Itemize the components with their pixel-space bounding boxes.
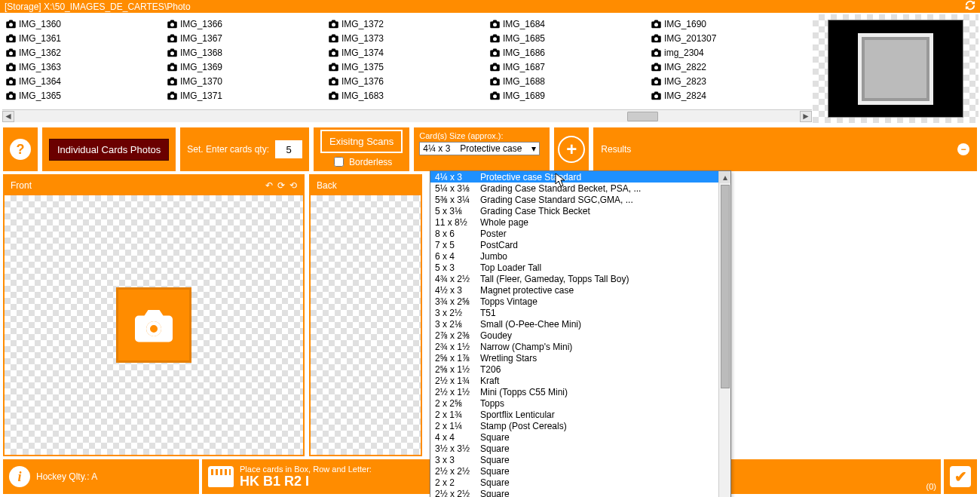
file-item[interactable]: IMG_1683 — [328, 88, 486, 103]
reset-icon[interactable]: ⟲ — [289, 180, 297, 191]
dropdown-item[interactable]: 2½ x 2½Square — [430, 488, 730, 497]
info-icon[interactable]: ? — [10, 139, 31, 160]
scroll-thumb[interactable] — [627, 112, 659, 121]
preview-card-thumb — [858, 33, 933, 105]
file-list-pane: IMG_1360IMG_1361IMG_1362IMG_1363IMG_1364… — [2, 14, 813, 123]
file-item[interactable]: IMG_1684 — [489, 17, 648, 31]
file-item[interactable]: IMG_2824 — [651, 88, 809, 103]
dropdown-item[interactable]: 4¼ x 3Protective case Standard — [430, 171, 730, 183]
file-item[interactable]: IMG_1372 — [328, 17, 486, 31]
file-item[interactable]: IMG_1362 — [5, 45, 164, 60]
file-item[interactable]: IMG_2822 — [651, 60, 809, 74]
scroll-right-arrow[interactable]: ► — [800, 111, 812, 122]
file-item[interactable]: IMG_1366 — [167, 17, 325, 31]
file-item[interactable]: IMG_1373 — [328, 31, 486, 45]
borderless-row[interactable]: Borderless — [331, 155, 392, 169]
scroll-left-arrow[interactable]: ◄ — [2, 111, 14, 122]
dropdown-item[interactable]: 2½ x 1½Mini (Topps C55 Mini) — [430, 386, 730, 397]
dropdown-item[interactable]: 2 x 1¼Stamp (Post Cereals) — [430, 420, 730, 431]
front-header: Front ↶ ⟳ ⟲ — [5, 176, 303, 195]
file-item[interactable]: IMG_2823 — [651, 74, 809, 88]
scroll-track[interactable] — [14, 111, 800, 122]
rotate-icon[interactable]: ⟳ — [277, 180, 285, 191]
file-item[interactable]: IMG_1370 — [167, 74, 325, 88]
file-item[interactable]: IMG_1364 — [5, 74, 164, 88]
file-item[interactable]: IMG_1365 — [5, 88, 164, 103]
file-item[interactable]: IMG_1376 — [328, 74, 486, 88]
dropdown-scroll-thumb[interactable] — [721, 185, 730, 388]
dropdown-item[interactable]: 5 x 3⅛Grading Case Thick Becket — [430, 205, 730, 216]
dropdown-item[interactable]: 3 x 2⅛Small (O-Pee-Chee Mini) — [430, 318, 730, 330]
dropdown-item[interactable]: 11 x 8½Whole page — [430, 216, 730, 228]
file-hscrollbar[interactable]: ◄ ► — [2, 109, 812, 122]
front-dropzone[interactable] — [5, 195, 303, 455]
dropdown-item[interactable]: 3¾ x 2⅝Topps Vintage — [430, 296, 730, 307]
confirm-button[interactable]: ✔ — [950, 466, 971, 487]
dropdown-scrollbar[interactable]: ▴ ▾ — [718, 171, 730, 497]
dropdown-item[interactable]: 4½ x 3Magnet protective case — [430, 284, 730, 296]
dropdown-item[interactable]: 5⅜ x 3¼Grading Case Standard SGC,GMA, ..… — [430, 194, 730, 205]
footer-info-icon[interactable]: i — [9, 466, 30, 487]
dropdown-item[interactable]: 2⅞ x 2⅜Goudey — [430, 330, 730, 341]
file-item[interactable]: IMG_201307 — [651, 31, 809, 45]
svg-point-26 — [654, 51, 658, 55]
dropdown-item[interactable]: 2 x 1¾Sportflix Lenticular — [430, 409, 730, 420]
dropdown-item[interactable]: 2 x 2⅝Topps — [430, 397, 730, 409]
dropdown-item[interactable]: 2½ x 2½Square — [430, 465, 730, 477]
dropdown-item[interactable]: 4 x 4Square — [430, 431, 730, 443]
add-button[interactable]: + — [558, 136, 585, 163]
file-item[interactable]: IMG_1367 — [167, 31, 325, 45]
dropdown-item[interactable]: 2⅝ x 1½T206 — [430, 364, 730, 375]
dropdown-item[interactable]: 2¾ x 1½Narrow (Champ's Mini) — [430, 341, 730, 352]
file-item[interactable]: img_2304 — [651, 45, 809, 60]
qty-input[interactable] — [275, 140, 302, 158]
file-item[interactable]: IMG_1363 — [5, 60, 164, 74]
file-item[interactable]: IMG_1361 — [5, 31, 164, 45]
file-item[interactable]: IMG_1368 — [167, 45, 325, 60]
card-size-select[interactable]: 4¼ x 3 Protective case ▾ — [419, 142, 540, 155]
file-item[interactable]: IMG_1369 — [167, 60, 325, 74]
dropdown-item-name: Jumbo — [480, 251, 726, 262]
add-box: + — [554, 127, 589, 171]
file-item[interactable]: IMG_1688 — [489, 74, 648, 88]
dropdown-item-name: Square — [480, 466, 726, 477]
file-item[interactable]: IMG_1685 — [489, 31, 648, 45]
existing-scans-button[interactable]: Exisitng Scans — [320, 130, 403, 153]
dropdown-item[interactable]: 2 x 2Square — [430, 477, 730, 488]
dropdown-item-dim: 2¾ x 1½ — [435, 342, 480, 352]
svg-point-10 — [170, 80, 174, 84]
dropdown-item[interactable]: 4¾ x 2½Tall (Fleer, Gameday, Topps Tall … — [430, 273, 730, 284]
dropdown-item[interactable]: 6 x 4Jumbo — [430, 250, 730, 262]
card-size-dropdown[interactable]: 4¼ x 3Protective case Standard5¼ x 3⅛Gra… — [430, 170, 731, 497]
back-dropzone[interactable] — [311, 195, 421, 455]
file-item[interactable]: IMG_1687 — [489, 60, 648, 74]
refresh-icon[interactable] — [965, 0, 975, 13]
file-item[interactable]: IMG_1374 — [328, 45, 486, 60]
dropdown-item[interactable]: 3 x 3Square — [430, 454, 730, 465]
dropdown-item[interactable]: 5¼ x 3⅛Grading Case Standard Becket, PSA… — [430, 183, 730, 194]
dropdown-item[interactable]: 5 x 3Top Loader Tall — [430, 262, 730, 273]
dropdown-item[interactable]: 3 x 2½T51 — [430, 307, 730, 318]
camera-icon — [328, 33, 339, 43]
place-value: HK B1 R2 I — [240, 474, 372, 489]
dropdown-item-dim: 3 x 2½ — [435, 308, 480, 318]
file-item[interactable]: IMG_1690 — [651, 17, 809, 31]
borderless-checkbox[interactable] — [334, 157, 344, 167]
individual-cards-button[interactable]: Individual Cards Photos — [49, 139, 169, 161]
dropdown-item[interactable]: 3½ x 3½Square — [430, 443, 730, 454]
file-item[interactable]: IMG_1689 — [489, 88, 648, 103]
file-item[interactable]: IMG_1375 — [328, 60, 486, 74]
svg-point-21 — [493, 66, 497, 69]
camera-icon — [5, 33, 17, 43]
dropdown-item[interactable]: 2⅝ x 1⅞Wretling Stars — [430, 352, 730, 364]
dropdown-item[interactable]: 2½ x 1¾Kraft — [430, 375, 730, 386]
dropdown-scroll-up[interactable]: ▴ — [719, 171, 730, 183]
dropdown-item-dim: 4¼ x 3 — [435, 172, 480, 183]
file-item[interactable]: IMG_1360 — [5, 17, 164, 31]
file-item[interactable]: IMG_1371 — [167, 88, 325, 103]
collapse-icon[interactable]: − — [957, 143, 969, 155]
dropdown-item[interactable]: 7 x 5PostCard — [430, 239, 730, 250]
file-item[interactable]: IMG_1686 — [489, 45, 648, 60]
undo-icon[interactable]: ↶ — [265, 180, 273, 191]
dropdown-item[interactable]: 8 x 6Poster — [430, 228, 730, 239]
